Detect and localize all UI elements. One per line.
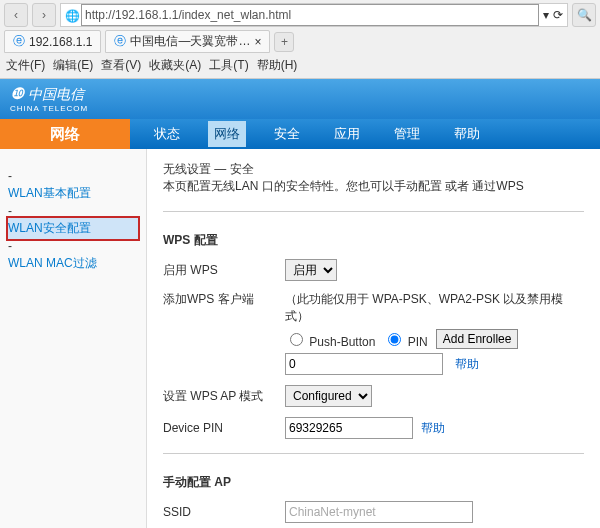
- ie-icon: ⓔ: [114, 33, 126, 50]
- close-icon[interactable]: ×: [254, 35, 261, 49]
- new-tab-button[interactable]: +: [274, 32, 294, 52]
- ie-icon: ⓔ: [13, 33, 25, 50]
- content: 无线设置 — 安全 本页配置无线LAN 口的安全特性。您也可以手动配置 或者 通…: [147, 149, 600, 528]
- pin-input[interactable]: [285, 353, 443, 375]
- help-link[interactable]: 帮助: [455, 356, 479, 373]
- nav-security[interactable]: 安全: [268, 121, 306, 147]
- menu-bar: 文件(F) 编辑(E) 查看(V) 收藏夹(A) 工具(T) 帮助(H): [0, 55, 600, 78]
- radio-push-button[interactable]: Push-Button: [285, 330, 375, 349]
- select-enable-wps[interactable]: 启用: [285, 259, 337, 281]
- nav-manage[interactable]: 管理: [388, 121, 426, 147]
- add-enrollee-button[interactable]: Add Enrollee: [436, 329, 519, 349]
- nav-status[interactable]: 状态: [148, 121, 186, 147]
- banner: ❿ 中国电信 CHINA TELECOM: [0, 79, 600, 119]
- menu-help[interactable]: 帮助(H): [257, 57, 298, 74]
- page-title: 无线设置 — 安全: [163, 161, 584, 178]
- address-bar[interactable]: 🌐 ▾ ⟳: [60, 3, 568, 27]
- nav-network[interactable]: 网络: [208, 121, 246, 147]
- label-enable-wps: 启用 WPS: [163, 262, 273, 279]
- sidebar: - WLAN基本配置 - WLAN安全配置 - WLAN MAC过滤: [0, 149, 147, 528]
- page-desc: 本页配置无线LAN 口的安全特性。您也可以手动配置 或者 通过WPS: [163, 178, 584, 195]
- menu-tools[interactable]: 工具(T): [209, 57, 248, 74]
- device-pin-input[interactable]: [285, 417, 413, 439]
- sidebar-item-wlan-mac[interactable]: WLAN MAC过滤: [8, 253, 138, 274]
- help-link[interactable]: 帮助: [421, 420, 445, 437]
- sidebar-item-wlan-security[interactable]: WLAN安全配置: [8, 218, 138, 239]
- menu-view[interactable]: 查看(V): [101, 57, 141, 74]
- menu-edit[interactable]: 编辑(E): [53, 57, 93, 74]
- chevron-right-icon: ›: [42, 8, 46, 22]
- label-ap-mode: 设置 WPS AP 模式: [163, 388, 273, 405]
- search-icon: 🔍: [577, 8, 592, 22]
- menu-favorites[interactable]: 收藏夹(A): [149, 57, 201, 74]
- tab-label: 192.168.1.1: [29, 35, 92, 49]
- dropdown-icon[interactable]: ▾: [543, 8, 549, 22]
- ssid-input[interactable]: [285, 501, 473, 523]
- label-add-client: 添加WPS 客户端: [163, 291, 273, 308]
- search-button[interactable]: 🔍: [572, 3, 596, 27]
- globe-icon: 🌐: [65, 9, 77, 21]
- forward-button[interactable]: ›: [32, 3, 56, 27]
- nav-help[interactable]: 帮助: [448, 121, 486, 147]
- sidebar-item-wlan-basic[interactable]: WLAN基本配置: [8, 183, 138, 204]
- label-device-pin: Device PIN: [163, 421, 273, 435]
- url-input[interactable]: [81, 4, 539, 26]
- back-button[interactable]: ‹: [4, 3, 28, 27]
- nav-app[interactable]: 应用: [328, 121, 366, 147]
- menu-file[interactable]: 文件(F): [6, 57, 45, 74]
- tab-label: 中国电信—天翼宽带…: [130, 33, 250, 50]
- browser-tab[interactable]: ⓔ 192.168.1.1: [4, 30, 101, 53]
- radio-pin[interactable]: PIN: [383, 330, 427, 349]
- section-head: 网络: [0, 119, 130, 149]
- chevron-left-icon: ‹: [14, 8, 18, 22]
- hint-add-client: （此功能仅用于 WPA-PSK、WPA2-PSK 以及禁用模式）: [285, 291, 584, 325]
- refresh-icon[interactable]: ⟳: [553, 8, 563, 22]
- section-wps: WPS 配置: [163, 232, 584, 249]
- main-nav: 状态 网络 安全 应用 管理 帮助: [130, 119, 600, 149]
- select-ap-mode[interactable]: Configured: [285, 385, 372, 407]
- label-ssid: SSID: [163, 505, 273, 519]
- section-manual: 手动配置 AP: [163, 474, 584, 491]
- logo: ❿ 中国电信 CHINA TELECOM: [10, 84, 88, 113]
- browser-tab[interactable]: ⓔ 中国电信—天翼宽带… ×: [105, 30, 270, 53]
- browser-chrome: ‹ › 🌐 ▾ ⟳ 🔍 ⓔ 192.168.1.1 ⓔ 中国电信—天翼宽带… ×…: [0, 0, 600, 79]
